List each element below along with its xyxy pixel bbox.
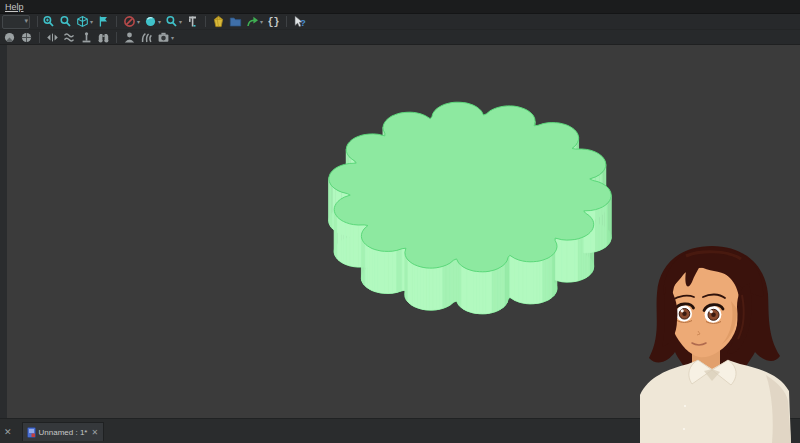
wave-icon[interactable] bbox=[62, 30, 77, 44]
secondary-toolbar: ▾ bbox=[0, 30, 800, 45]
camera-gear-icon[interactable]: ▾ bbox=[156, 30, 175, 44]
chevron-down-icon: ▾ bbox=[260, 18, 263, 25]
flag-icon[interactable] bbox=[96, 15, 111, 29]
close-icon[interactable]: ✕ bbox=[0, 427, 16, 437]
chevron-down-icon: ▾ bbox=[179, 18, 182, 25]
binoculars-icon[interactable] bbox=[96, 30, 111, 44]
toolbar-separator bbox=[116, 32, 117, 43]
script-braces-icon[interactable]: {} bbox=[266, 15, 281, 29]
chevron-down-icon: ▾ bbox=[171, 34, 174, 41]
toolbar-combobox[interactable]: ▾ bbox=[2, 15, 30, 29]
toolbar-separator bbox=[205, 16, 206, 27]
zoom-original-icon[interactable] bbox=[58, 15, 73, 29]
character-figure bbox=[640, 246, 791, 443]
context-help-icon[interactable]: ? bbox=[292, 15, 307, 29]
no-entry-icon[interactable]: ▾ bbox=[122, 15, 141, 29]
export-icon[interactable]: ▾ bbox=[245, 15, 264, 29]
chevron-down-icon: ▾ bbox=[90, 18, 93, 25]
gear-model bbox=[329, 102, 611, 314]
document-model-icon bbox=[27, 427, 36, 438]
tab-title: Unnamed : 1* bbox=[39, 428, 88, 437]
sphere-quadrant-icon[interactable] bbox=[19, 30, 34, 44]
pick-magnifier-icon[interactable]: ▾ bbox=[164, 15, 183, 29]
toolbar-separator bbox=[37, 16, 38, 27]
claw-icon[interactable] bbox=[139, 30, 154, 44]
sphere-tool-icon[interactable]: ▾ bbox=[143, 15, 162, 29]
menu-bar: Help bbox=[0, 0, 800, 14]
bust-icon[interactable] bbox=[122, 30, 137, 44]
application-window: Help ▾ ▾▾▾▾▾{}? ▾ ✕ Unnamed : 1* ✕ bbox=[0, 0, 800, 443]
menu-help[interactable]: Help bbox=[0, 2, 29, 12]
chevron-down-icon: ▾ bbox=[158, 18, 161, 25]
caliper-icon[interactable] bbox=[185, 15, 200, 29]
svg-text:?: ? bbox=[300, 18, 306, 28]
view-cube-icon[interactable]: ▾ bbox=[75, 15, 94, 29]
mascot-character bbox=[628, 243, 800, 443]
toolbar-separator bbox=[286, 16, 287, 27]
folder-icon[interactable] bbox=[228, 15, 243, 29]
toolbar-separator bbox=[39, 32, 40, 43]
gem-icon[interactable] bbox=[211, 15, 226, 29]
main-toolbar: ▾ ▾▾▾▾▾{}? bbox=[0, 14, 800, 30]
sphere-shaded-icon[interactable] bbox=[2, 30, 17, 44]
chevron-down-icon: ▾ bbox=[24, 15, 28, 27]
left-panel-edge bbox=[0, 45, 7, 418]
tab-close-icon[interactable]: ✕ bbox=[90, 428, 99, 437]
tab-unnamed[interactable]: Unnamed : 1* ✕ bbox=[22, 422, 105, 441]
flip-horizontal-icon[interactable] bbox=[45, 30, 60, 44]
toolbar-separator bbox=[116, 16, 117, 27]
zoom-in-icon[interactable] bbox=[41, 15, 56, 29]
plumb-icon[interactable] bbox=[79, 30, 94, 44]
chevron-down-icon: ▾ bbox=[137, 18, 140, 25]
svg-text:{}: {} bbox=[268, 17, 280, 28]
